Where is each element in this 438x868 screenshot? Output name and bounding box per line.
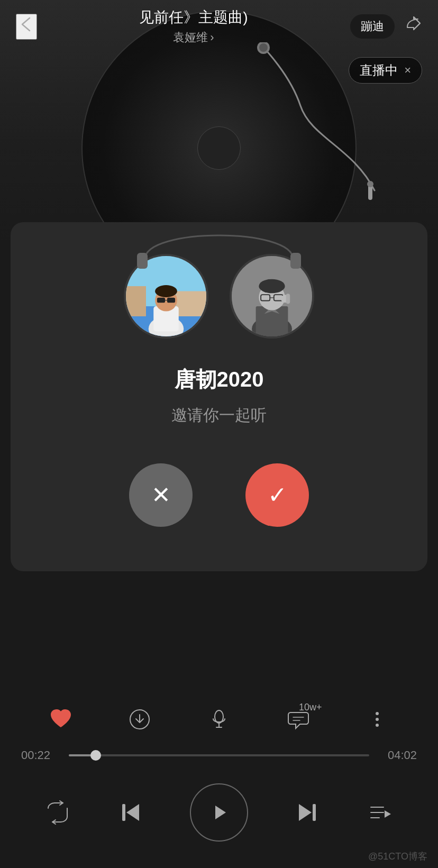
top-right-controls: 蹦迪 — [350, 14, 422, 39]
svg-point-37 — [376, 724, 379, 727]
invite-name: 唐韧2020 — [32, 365, 406, 394]
headphone-arc-container — [32, 222, 406, 286]
avatar-circle-left — [124, 254, 208, 339]
svg-point-35 — [376, 712, 379, 715]
invite-modal: 唐韧2020 邀请你一起听 ✕ ✓ — [11, 222, 427, 571]
svg-rect-39 — [122, 804, 125, 821]
svg-rect-8 — [126, 286, 146, 316]
decline-button[interactable]: ✕ — [129, 463, 193, 527]
accept-icon: ✓ — [268, 483, 287, 507]
decline-icon: ✕ — [151, 483, 171, 507]
diandie-button[interactable]: 蹦迪 — [350, 14, 395, 39]
svg-rect-9 — [176, 291, 206, 317]
svg-point-1 — [367, 181, 373, 187]
play-button-circle — [190, 783, 248, 842]
playlist-button[interactable] — [367, 799, 394, 826]
current-user-avatar — [230, 254, 314, 339]
current-time: 00:22 — [21, 748, 58, 762]
svg-rect-42 — [313, 804, 316, 821]
bottom-controls: 10w+ 00:22 04:02 — [0, 690, 438, 868]
avatar-circle-right — [230, 254, 314, 339]
progress-bar[interactable] — [69, 754, 369, 756]
svg-point-26 — [259, 279, 285, 294]
svg-marker-40 — [215, 806, 226, 819]
play-button[interactable] — [190, 783, 248, 842]
action-icons-row: 10w+ — [0, 690, 438, 738]
prev-button[interactable] — [117, 799, 144, 826]
svg-point-16 — [155, 285, 177, 297]
svg-marker-38 — [126, 804, 139, 821]
next-button[interactable] — [294, 799, 321, 826]
comment-count-badge: 10w+ — [299, 702, 322, 713]
svg-rect-13 — [157, 298, 165, 303]
invite-action-buttons: ✕ ✓ — [32, 463, 406, 527]
share-button[interactable] — [403, 15, 422, 38]
svg-point-36 — [376, 718, 379, 721]
live-badge: 直播中 × — [349, 57, 422, 84]
repeat-button[interactable] — [44, 799, 71, 826]
svg-marker-41 — [299, 804, 312, 821]
comment-button[interactable]: 10w+ — [285, 706, 312, 733]
music-player-bg: 见前任》主题曲) 袁娅维 蹦迪 直播中 × — [0, 0, 438, 243]
svg-rect-14 — [167, 298, 175, 303]
lyrics-button[interactable] — [206, 706, 232, 733]
accept-button[interactable]: ✓ — [245, 463, 309, 527]
progress-row: 00:22 04:02 — [0, 738, 438, 773]
invite-subtitle: 邀请你一起听 — [32, 405, 406, 426]
back-button[interactable] — [16, 14, 37, 40]
song-info: 见前任》主题曲) 袁娅维 — [37, 7, 350, 45]
svg-rect-28 — [286, 294, 290, 304]
live-label: 直播中 — [360, 62, 398, 79]
svg-marker-46 — [385, 810, 391, 818]
progress-thumb[interactable] — [90, 750, 101, 761]
download-button[interactable] — [126, 706, 153, 733]
watermark: @51CTO博客 — [368, 850, 427, 863]
inviter-avatar — [124, 254, 208, 339]
song-artist[interactable]: 袁娅维 — [48, 30, 340, 45]
song-title: 见前任》主题曲) — [48, 7, 340, 28]
more-button[interactable] — [364, 706, 390, 733]
like-button[interactable] — [48, 706, 74, 733]
total-time: 04:02 — [380, 748, 417, 762]
top-navigation: 见前任》主题曲) 袁娅维 蹦迪 — [0, 0, 438, 53]
live-close-button[interactable]: × — [404, 63, 411, 77]
